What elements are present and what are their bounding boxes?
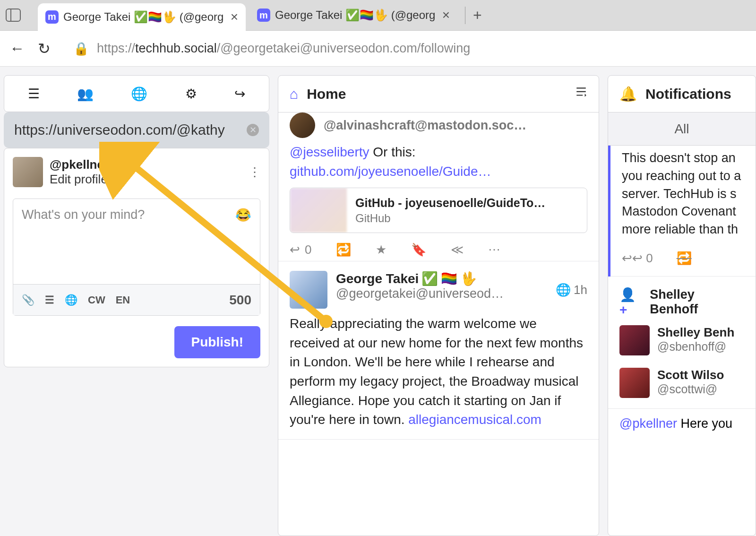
edit-profile-link[interactable]: Edit profile	[50, 172, 109, 187]
language-toggle[interactable]: EN	[116, 294, 130, 306]
more-icon[interactable]: ⋮	[249, 165, 260, 180]
notifications-header: 🔔 Notifications	[608, 76, 756, 112]
cw-toggle[interactable]: CW	[88, 294, 105, 306]
emoji-picker-icon[interactable]: 😂	[235, 207, 251, 276]
link-title: GitHub - joyeusenoelle/GuideTo…	[355, 196, 545, 210]
tab-all[interactable]: All	[674, 121, 689, 137]
avatar[interactable]	[290, 271, 327, 309]
user-name: Shelley Benh	[657, 325, 734, 340]
compose-textarea[interactable]: What's on your mind? 😂	[13, 199, 260, 284]
link-site: GitHub	[355, 212, 545, 225]
pride-icon: 🏳️‍🌈	[441, 271, 457, 286]
url-path: /@georgetakei@universeodon.com/following	[217, 41, 471, 55]
reply-button[interactable]: ↩↩ 0	[622, 251, 653, 266]
mention-notification: @pkellner Here you	[608, 409, 756, 439]
visibility-icon[interactable]: 🌐	[65, 294, 77, 306]
mention-link[interactable]: @pkellner	[619, 416, 677, 431]
post-author-handle: @georgetakei@universeod…	[336, 286, 547, 301]
bookmark-button[interactable]: 🔖	[411, 242, 426, 257]
user-name: Scott Wilso	[657, 368, 724, 382]
home-column: ⌂ Home @alvinashcraft@mastodon.soc… @jes…	[278, 75, 599, 536]
post-actions: ↩ 0 🔁 ★ 🔖 ≪ ⋯	[290, 242, 587, 257]
app-columns: ☰ 👥 🌐 ⚙ ↪ https://universeodon.com/@kath…	[0, 67, 756, 536]
profile-handle[interactable]: @pkellner	[50, 157, 109, 172]
nav-toolbar: ☰ 👥 🌐 ⚙ ↪	[4, 75, 269, 112]
post-partial: @alvinashcraft@mastodon.soc… @jesseliber…	[278, 112, 599, 261]
compose-placeholder: What's on your mind?	[22, 207, 145, 276]
avatar[interactable]	[290, 112, 315, 138]
link-preview-card[interactable]: GitHub - joyeusenoelle/GuideTo… GitHub	[290, 188, 587, 233]
notifications-title: Notifications	[645, 86, 731, 102]
avatar	[619, 368, 650, 398]
url-field[interactable]: 🔒 https://techhub.social/@georgetakei@un…	[73, 41, 470, 56]
gear-icon[interactable]: ⚙	[185, 86, 197, 102]
compose-panel: @pkellner Edit profile ⋮ What's on your …	[4, 148, 269, 367]
url-host: techhub.social	[135, 41, 217, 55]
attach-icon[interactable]: 📎	[22, 294, 34, 306]
tab-title: George Takei ✅🏳️‍🌈🖖 (@georg	[275, 9, 435, 22]
user-handle: @sbenhoff@	[657, 340, 734, 354]
url-scheme: https://	[97, 41, 135, 55]
verified-icon: ✅	[421, 271, 438, 286]
publish-button[interactable]: Publish!	[174, 326, 260, 358]
reply-button[interactable]: ↩ 0	[290, 242, 311, 257]
notification-text: This doesn't stop an you reaching out to…	[610, 146, 756, 242]
home-header: ⌂ Home	[278, 76, 599, 112]
globe-icon: 🌐	[556, 283, 571, 297]
column-settings-icon[interactable]	[575, 86, 587, 102]
compose-options: 📎 ☰ 🌐 CW EN 500	[13, 284, 260, 315]
notification-actions: ↩↩ 0 🔁	[610, 242, 756, 277]
favorite-button[interactable]: ★	[376, 242, 387, 257]
share-button[interactable]: ≪	[451, 242, 464, 257]
close-icon[interactable]: ×	[442, 8, 450, 23]
mastodon-icon: m	[257, 9, 270, 22]
post-handle: @alvinashcraft@mastodon.soc…	[324, 118, 526, 133]
home-icon: ⌂	[290, 86, 298, 102]
follower-card[interactable]: Shelley Benh @sbenhoff@	[619, 325, 744, 355]
post-timestamp[interactable]: 🌐 1h	[556, 271, 587, 309]
globe-icon[interactable]: 🌐	[131, 86, 147, 102]
home-feed: @alvinashcraft@mastodon.soc… @jesseliber…	[278, 112, 599, 536]
notifications-tabs: All	[608, 112, 756, 146]
back-button[interactable]: ←	[9, 40, 25, 57]
browser-tab-active[interactable]: m George Takei ✅🏳️‍🌈🖖 (@georg ×	[38, 3, 246, 31]
left-column: ☰ 👥 🌐 ⚙ ↪ https://universeodon.com/@kath…	[4, 75, 269, 536]
boost-button[interactable]: 🔁	[336, 242, 351, 257]
search-value: https://universeodon.com/@kathy	[14, 122, 247, 138]
user-handle: @scottwi@	[657, 382, 724, 396]
follower-name: Shelley Benhoff	[650, 287, 744, 317]
menu-icon[interactable]: ☰	[28, 86, 40, 102]
link-thumbnail	[290, 188, 347, 233]
vulcan-icon: 🖖	[460, 271, 477, 286]
tab-title: George Takei ✅🏳️‍🌈🖖 (@georg	[63, 10, 223, 24]
avatar	[619, 325, 650, 355]
compose-box: What's on your mind? 😂 📎 ☰ 🌐 CW EN 500	[13, 199, 260, 316]
mention-link[interactable]: @jesseliberty	[290, 145, 369, 159]
post-content: Really appreciating the warm welcome we …	[290, 314, 587, 430]
browser-tab-inactive[interactable]: m George Takei ✅🏳️‍🌈🖖 (@georg ×	[249, 5, 457, 26]
post-link[interactable]: github.com/joyeusenoelle/Guide…	[290, 164, 491, 179]
browser-tab-bar: m George Takei ✅🏳️‍🌈🖖 (@georg × m George…	[0, 0, 756, 31]
close-icon[interactable]: ×	[231, 9, 238, 25]
avatar[interactable]	[13, 157, 43, 187]
bell-icon: 🔔	[619, 86, 637, 102]
lock-icon: 🔒	[73, 41, 89, 56]
community-icon[interactable]: 👥	[77, 86, 94, 102]
post-author-name[interactable]: George Takei ✅🏳️‍🌈🖖	[336, 271, 547, 286]
post-link[interactable]: allegiancemusical.com	[408, 412, 541, 427]
post: George Takei ✅🏳️‍🌈🖖 @georgetakei@univers…	[278, 261, 599, 440]
poll-icon[interactable]: ☰	[45, 294, 54, 306]
more-button[interactable]: ⋯	[488, 242, 500, 257]
search-input[interactable]: https://universeodon.com/@kathy ✕	[4, 112, 269, 148]
post-text: Or this:	[369, 145, 415, 159]
browser-sidebar-toggle[interactable]	[6, 9, 21, 22]
reload-button[interactable]: ↻	[38, 40, 51, 58]
clear-icon[interactable]: ✕	[247, 124, 259, 136]
logout-icon[interactable]: ↪	[234, 86, 245, 102]
follow-notification: 👤+ Shelley Benhoff Shelley Benh @sbenhof…	[608, 277, 756, 409]
boost-disabled-icon: 🔁	[677, 251, 692, 266]
follower-card[interactable]: Scott Wilso @scottwi@	[619, 368, 744, 398]
new-tab-button[interactable]: +	[465, 7, 490, 24]
follow-icon: 👤+	[619, 287, 643, 318]
browser-address-bar: ← ↻ 🔒 https://techhub.social/@georgetake…	[0, 31, 756, 67]
